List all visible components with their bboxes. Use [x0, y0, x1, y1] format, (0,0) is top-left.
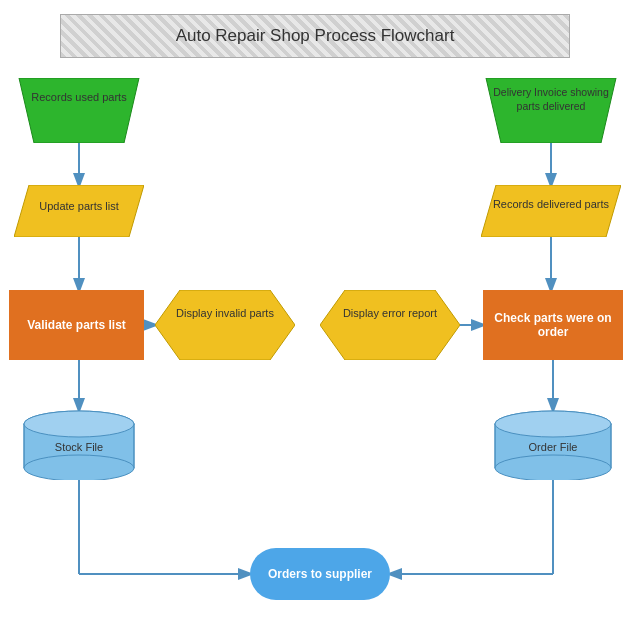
- svg-point-23: [24, 411, 134, 437]
- validate-parts-label: Validate parts list: [27, 318, 126, 332]
- validate-parts-shape: Validate parts list: [9, 290, 144, 360]
- svg-marker-15: [320, 290, 460, 360]
- svg-marker-16: [486, 78, 616, 143]
- records-delivered-shape: Records delivered parts: [481, 185, 621, 237]
- check-parts-label: Check parts were on order: [483, 311, 623, 339]
- update-parts-shape: Update parts list: [14, 185, 144, 237]
- stock-file-shape: Stock File: [14, 410, 144, 480]
- svg-point-28: [495, 455, 611, 480]
- svg-marker-14: [155, 290, 295, 360]
- svg-point-29: [495, 411, 611, 437]
- display-error-shape: Display error report: [320, 290, 460, 360]
- svg-marker-12: [19, 78, 139, 143]
- delivery-invoice-shape: Delivery Invoice showing parts delivered: [481, 78, 621, 143]
- svg-marker-13: [14, 185, 144, 237]
- orders-supplier-shape: Orders to supplier: [250, 548, 390, 600]
- svg-point-22: [24, 455, 134, 480]
- order-file-shape: Order File: [483, 410, 623, 480]
- chart-title: Auto Repair Shop Process Flowchart: [176, 26, 455, 46]
- orders-supplier-label: Orders to supplier: [268, 567, 372, 581]
- records-used-shape: Records used parts: [14, 78, 144, 143]
- check-parts-shape: Check parts were on order: [483, 290, 623, 360]
- svg-marker-17: [481, 185, 621, 237]
- display-invalid-shape: Display invalid parts: [155, 290, 295, 360]
- flowchart-canvas: Auto Repair Shop Process Flowchart: [0, 0, 639, 625]
- title-box: Auto Repair Shop Process Flowchart: [60, 14, 570, 58]
